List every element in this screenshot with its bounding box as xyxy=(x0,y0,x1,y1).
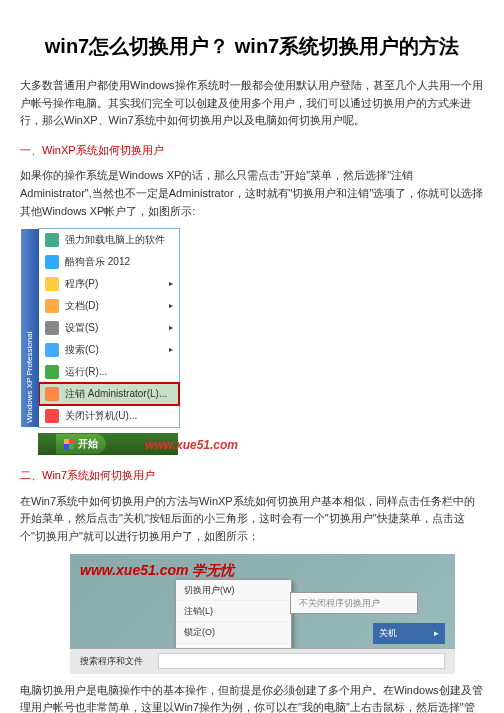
xp-menu-item[interactable]: 程序(P)▸ xyxy=(39,273,179,295)
submenu-arrow-icon: ▸ xyxy=(169,278,173,291)
submenu-arrow-icon: ▸ xyxy=(169,300,173,313)
menu-item-icon xyxy=(45,321,59,335)
menu-item-label: 设置(S) xyxy=(65,320,98,336)
xp-menu-item[interactable]: 搜索(C)▸ xyxy=(39,339,179,361)
menu-item-icon xyxy=(45,343,59,357)
xp-menu-item[interactable]: 设置(S)▸ xyxy=(39,317,179,339)
menu-item-label: 关闭计算机(U)... xyxy=(65,408,137,424)
menu-item-label: 程序(P) xyxy=(65,276,98,292)
xp-start-button[interactable]: 开始 xyxy=(56,434,106,454)
section2-text: 在Win7系统中如何切换用户的方法与WinXP系统如何切换用户基本相似，同样点击… xyxy=(20,493,484,546)
xp-start-menu: Windows XP Professional 强力卸载电脑上的软件酷狗音乐 2… xyxy=(38,228,180,428)
win7-start-panel: 搜索程序和文件 xyxy=(70,648,455,674)
menu-item-icon xyxy=(45,299,59,313)
xp-menu-item[interactable]: 关闭计算机(U)... xyxy=(39,405,179,427)
win7-menu-item[interactable]: 切换用户(W) xyxy=(176,580,291,601)
menu-item-label: 搜索(C) xyxy=(65,342,99,358)
menu-item-icon xyxy=(45,255,59,269)
menu-item-label: 强力卸载电脑上的软件 xyxy=(65,232,165,248)
xp-menu-item[interactable]: 运行(R)... xyxy=(39,361,179,383)
xp-menu-item[interactable]: 文档(D)▸ xyxy=(39,295,179,317)
win7-search-input[interactable] xyxy=(158,653,445,669)
menu-item-icon xyxy=(45,387,59,401)
submenu-arrow-icon: ▸ xyxy=(169,322,173,335)
menu-item-icon xyxy=(45,233,59,247)
win7-screenshot: www.xue51.com 学无忧 切换用户(W)注销(L)锁定(O)重新启动(… xyxy=(70,554,455,674)
page-title: win7怎么切换用户？ win7系统切换用户的方法 xyxy=(20,30,484,62)
xp-taskbar: 开始 www.xue51.com xyxy=(38,433,178,455)
submenu-arrow-icon: ▸ xyxy=(169,344,173,357)
win7-menu-item[interactable]: 注销(L) xyxy=(176,601,291,622)
xp-menu-item[interactable]: 注销 Administrator(L)... xyxy=(39,383,179,405)
section1-text: 如果你的操作系统是Windows XP的话，那么只需点击"开始"菜单，然后选择"… xyxy=(20,167,484,220)
section2-title: 二、Win7系统如何切换用户 xyxy=(20,467,484,485)
xp-side-brand: Windows XP Professional xyxy=(21,229,39,427)
menu-item-icon xyxy=(45,277,59,291)
windows-logo-icon xyxy=(64,439,74,449)
win7-tooltip: 不关闭程序切换用户 xyxy=(290,592,418,614)
xp-menu-item[interactable]: 酷狗音乐 2012 xyxy=(39,251,179,273)
menu-item-icon xyxy=(45,409,59,423)
chevron-right-icon: ▸ xyxy=(434,626,439,640)
menu-item-icon xyxy=(45,365,59,379)
outro-paragraph: 电脑切换用户是电脑操作中的基本操作，但前提是你必须创建了多个用户。在Window… xyxy=(20,682,484,713)
section1-title: 一、WinXP系统如何切换用户 xyxy=(20,142,484,160)
menu-item-label: 运行(R)... xyxy=(65,364,107,380)
menu-item-label: 注销 Administrator(L)... xyxy=(65,386,167,402)
win7-shutdown-button[interactable]: 关机 ▸ xyxy=(373,623,445,643)
win7-menu-item[interactable]: 锁定(O) xyxy=(176,622,291,643)
menu-item-label: 文档(D) xyxy=(65,298,99,314)
menu-item-label: 酷狗音乐 2012 xyxy=(65,254,130,270)
search-label: 搜索程序和文件 xyxy=(80,654,143,668)
watermark-text: www.xue51.com xyxy=(145,436,238,455)
intro-paragraph: 大多数普通用户都使用Windows操作系统时一般都会使用默认用户登陆，甚至几个人… xyxy=(20,77,484,130)
xp-menu-item[interactable]: 强力卸载电脑上的软件 xyxy=(39,229,179,251)
